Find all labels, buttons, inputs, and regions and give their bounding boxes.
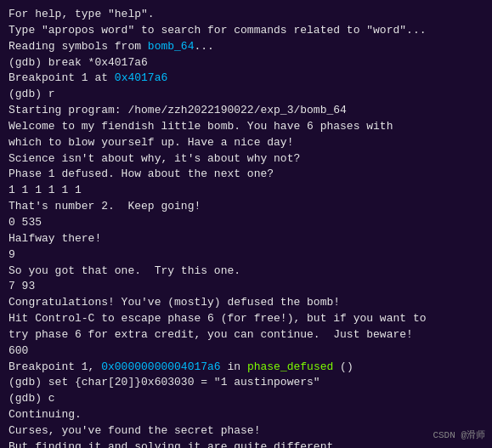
terminal-line: 7 93 — [8, 279, 484, 295]
terminal-line: (gdb) set {char[20]}0x603030 = "1 austin… — [8, 375, 484, 391]
terminal-line: Hit Control-C to escape phase 6 (for fre… — [8, 311, 484, 327]
terminal-line: Phase 1 defused. How about the next one? — [8, 167, 484, 183]
terminal-line: Breakpoint 1 at 0x4017a6 — [8, 71, 484, 87]
terminal-line: Type "apropos word" to search for comman… — [8, 23, 484, 39]
terminal-line: (gdb) break *0x4017a6 — [8, 55, 484, 71]
terminal-line: Reading symbols from bomb_64... — [8, 39, 484, 55]
terminal-line: which to blow yourself up. Have a nice d… — [8, 135, 484, 151]
terminal-line: (gdb) r — [8, 87, 484, 103]
terminal-line: Science isn't about why, it's about why … — [8, 151, 484, 167]
terminal-line: Breakpoint 1, 0x00000000004017a6 in phas… — [8, 360, 484, 376]
watermark: CSDN @滑师 — [433, 429, 485, 443]
terminal-line: For help, type "help". — [8, 7, 484, 23]
terminal-line: (gdb) c — [8, 391, 484, 407]
terminal-line: But finding it and solving it are quite … — [8, 439, 484, 448]
terminal-line: So you got that one. Try this one. — [8, 264, 484, 280]
terminal-line: Continuing. — [8, 407, 484, 423]
terminal-line: 1 1 1 1 1 1 — [8, 183, 484, 199]
terminal-line: Congratulations! You've (mostly) defused… — [8, 295, 484, 311]
terminal-line: 600 — [8, 343, 484, 360]
terminal: For help, type "help".Type "apropos word… — [0, 0, 492, 448]
terminal-line: Curses, you've found the secret phase! — [8, 423, 484, 439]
terminal-line: try phase 6 for extra credit, you can co… — [8, 327, 484, 343]
terminal-line: Welcome to my fiendish little bomb. You … — [8, 119, 484, 135]
terminal-line: 0 535 — [8, 215, 484, 231]
terminal-line: Starting program: /home/zzh2022190022/ex… — [8, 103, 484, 119]
terminal-line: Halfway there! — [8, 231, 484, 247]
terminal-line: 9 — [8, 247, 484, 264]
terminal-line: That's number 2. Keep going! — [8, 199, 484, 215]
